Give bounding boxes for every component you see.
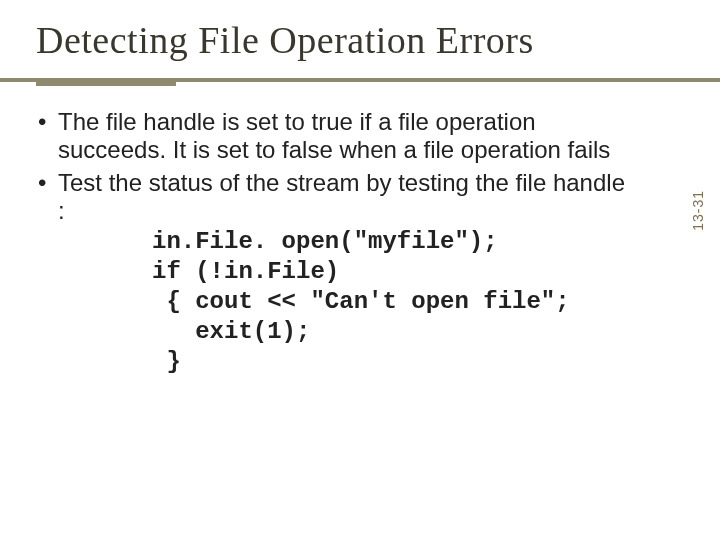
bullet-item: Test the status of the stream by testing…	[36, 169, 626, 378]
bullet-list: The file handle is set to true if a file…	[36, 108, 626, 377]
code-block: in.File. open("myfile"); if (!in.File) {…	[152, 227, 626, 377]
title-area: Detecting File Operation Errors	[0, 0, 720, 68]
slide-body: The file handle is set to true if a file…	[36, 108, 626, 381]
bullet-item: The file handle is set to true if a file…	[36, 108, 626, 165]
bullet-text: Test the status of the stream by testing…	[58, 169, 625, 224]
slide: Detecting File Operation Errors The file…	[0, 0, 720, 540]
slide-title: Detecting File Operation Errors	[36, 18, 684, 62]
bullet-text: The file handle is set to true if a file…	[58, 108, 610, 163]
page-number: 13-31	[690, 190, 706, 231]
title-tab	[36, 78, 176, 86]
